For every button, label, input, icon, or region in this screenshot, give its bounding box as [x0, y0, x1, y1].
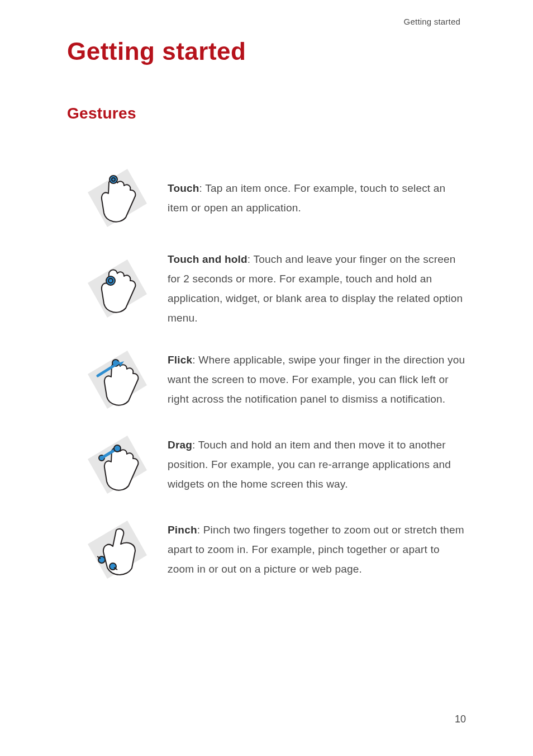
gesture-text: Touch: Tap an item once. For example, to… — [168, 178, 466, 218]
gesture-body: : Touch and hold an item and then move i… — [168, 439, 451, 490]
section-heading: Gestures — [67, 105, 466, 122]
gesture-icon-cell — [67, 164, 168, 231]
gesture-icon-cell — [67, 431, 168, 498]
pinch-icon — [84, 516, 151, 583]
page-number: 10 — [455, 714, 466, 725]
flick-icon — [84, 346, 151, 413]
gesture-item-touch-and-hold: Touch and hold: Touch and leave your fin… — [67, 249, 466, 328]
gesture-body: : Tap an item once. For example, touch t… — [168, 182, 445, 214]
svg-point-4 — [106, 276, 115, 285]
svg-point-1 — [110, 176, 117, 183]
gesture-name: Flick — [168, 354, 192, 366]
gesture-name: Touch and hold — [168, 253, 248, 265]
gesture-item-drag: Drag: Touch and hold an item and then mo… — [67, 431, 466, 498]
gesture-text: Pinch: Pinch two fingers together to zoo… — [168, 520, 466, 579]
gesture-icon-cell — [67, 346, 168, 413]
running-head: Getting started — [67, 17, 466, 26]
gesture-item-pinch: Pinch: Pinch two fingers together to zoo… — [67, 516, 466, 583]
gesture-text: Flick: Where applicable, swipe your fing… — [168, 350, 466, 409]
touch-hold-icon — [84, 255, 151, 322]
gesture-text: Drag: Touch and hold an item and then mo… — [168, 435, 466, 494]
gesture-name: Touch — [168, 182, 199, 194]
page-title: Getting started — [67, 37, 466, 65]
gesture-icon-cell — [67, 516, 168, 583]
document-page: Getting started Getting started Gestures… — [0, 0, 533, 756]
gesture-item-flick: Flick: Where applicable, swipe your fing… — [67, 346, 466, 413]
gesture-name: Pinch — [168, 524, 197, 536]
gesture-name: Drag — [168, 439, 192, 451]
gesture-icon-cell — [67, 255, 168, 322]
gesture-item-touch: Touch: Tap an item once. For example, to… — [67, 164, 466, 231]
touch-icon — [84, 164, 151, 231]
gesture-body: : Pinch two fingers together to zoom out… — [168, 524, 464, 575]
gesture-text: Touch and hold: Touch and leave your fin… — [168, 249, 466, 328]
gesture-body: : Where applicable, swipe your finger in… — [168, 354, 465, 405]
svg-point-13 — [114, 445, 121, 452]
drag-icon — [84, 431, 151, 498]
